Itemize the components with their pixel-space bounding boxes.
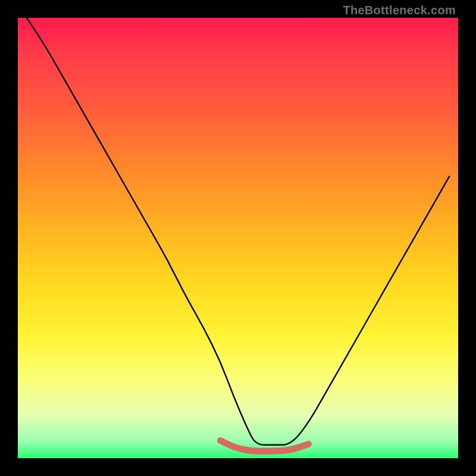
flat-highlight-coral <box>220 440 308 451</box>
chart-frame: TheBottleneck.com <box>0 0 476 476</box>
watermark-text: TheBottleneck.com <box>343 4 456 17</box>
plot-area <box>18 18 458 458</box>
curve-layer <box>18 18 458 458</box>
curve-main-black <box>27 18 449 445</box>
